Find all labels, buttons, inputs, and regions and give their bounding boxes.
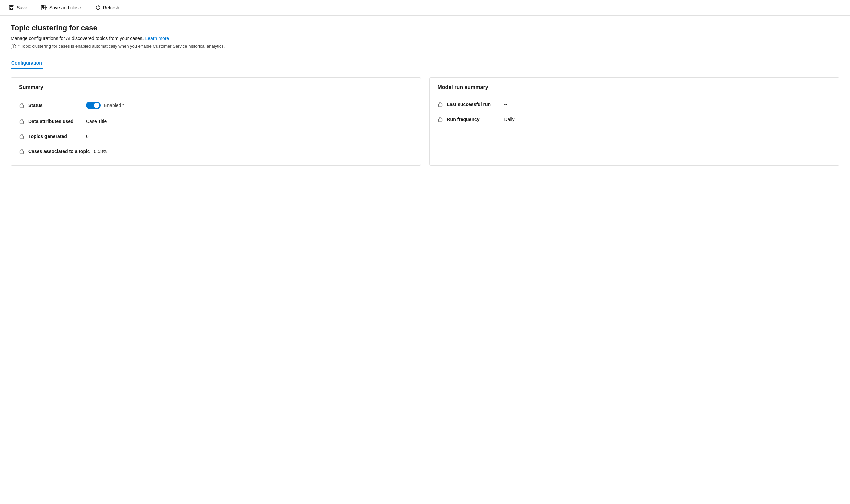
svg-rect-11	[20, 136, 24, 139]
data-attributes-label: Data attributes used	[29, 119, 82, 124]
toolbar-divider-2	[88, 4, 88, 11]
tab-configuration[interactable]: Configuration	[11, 57, 43, 69]
svg-rect-12	[20, 151, 24, 154]
last-run-value: --	[504, 102, 507, 107]
status-label: Status	[29, 103, 82, 108]
learn-more-link[interactable]: Learn more	[145, 36, 169, 41]
status-toggle-container: Enabled *	[86, 102, 124, 109]
svg-rect-3	[11, 8, 12, 10]
topics-generated-field-row: Topics generated 6	[19, 129, 413, 144]
last-run-field-row: Last successful run --	[437, 97, 831, 112]
run-frequency-field-row: Run frequency Daily	[437, 112, 831, 127]
run-frequency-lock-icon	[437, 116, 443, 122]
svg-rect-9	[20, 105, 24, 108]
toggle-track	[86, 102, 101, 109]
cases-associated-label: Cases associated to a topic	[29, 149, 90, 154]
toggle-thumb	[94, 103, 99, 108]
cases-associated-value: 0.58%	[94, 149, 107, 154]
page-description: Manage configurations for AI discovered …	[11, 36, 839, 41]
save-icon	[9, 5, 15, 11]
toolbar-divider	[34, 4, 34, 11]
save-close-label: Save and close	[49, 5, 81, 11]
status-field-row: Status Enabled *	[19, 97, 413, 114]
save-close-button[interactable]: Save and close	[38, 3, 84, 12]
summary-card-title: Summary	[19, 84, 413, 90]
last-run-lock-icon	[437, 102, 443, 107]
svg-rect-14	[438, 119, 442, 122]
topics-generated-label: Topics generated	[29, 134, 82, 139]
status-lock-icon	[19, 103, 24, 108]
info-icon: i	[11, 44, 16, 50]
save-close-icon	[41, 5, 47, 11]
run-frequency-value: Daily	[504, 116, 515, 122]
data-attributes-value: Case Title	[86, 119, 107, 124]
page-title: Topic clustering for case	[11, 24, 839, 32]
cards-row: Summary Status Enabled *	[11, 77, 839, 166]
page-content: Topic clustering for case Manage configu…	[0, 16, 850, 174]
data-attributes-field-row: Data attributes used Case Title	[19, 114, 413, 129]
save-button[interactable]: Save	[6, 3, 30, 12]
topics-generated-value: 6	[86, 134, 89, 139]
description-text: Manage configurations for AI discovered …	[11, 36, 144, 41]
refresh-label: Refresh	[103, 5, 119, 11]
summary-card: Summary Status Enabled *	[11, 77, 421, 166]
svg-rect-10	[20, 121, 24, 124]
info-note-text: * Topic clustering for cases is enabled …	[18, 44, 225, 49]
refresh-icon	[95, 5, 101, 11]
data-attributes-lock-icon	[19, 119, 24, 124]
svg-rect-1	[11, 5, 13, 7]
tabs-container: Configuration	[11, 57, 839, 69]
last-run-label: Last successful run	[447, 102, 500, 107]
svg-rect-7	[42, 8, 43, 9]
topics-generated-lock-icon	[19, 134, 24, 139]
svg-rect-13	[438, 104, 442, 107]
status-value: Enabled *	[104, 103, 124, 108]
status-toggle[interactable]	[86, 102, 101, 109]
model-run-card-title: Model run summary	[437, 84, 831, 90]
refresh-button[interactable]: Refresh	[92, 3, 122, 12]
save-label: Save	[17, 5, 28, 11]
cases-associated-lock-icon	[19, 149, 24, 154]
model-run-card: Model run summary Last successful run --	[429, 77, 839, 166]
run-frequency-label: Run frequency	[447, 116, 500, 122]
info-note: i * Topic clustering for cases is enable…	[11, 44, 839, 50]
toolbar: Save Save and close Refresh	[0, 0, 850, 16]
svg-rect-5	[42, 5, 45, 7]
cases-associated-field-row: Cases associated to a topic 0.58%	[19, 144, 413, 159]
